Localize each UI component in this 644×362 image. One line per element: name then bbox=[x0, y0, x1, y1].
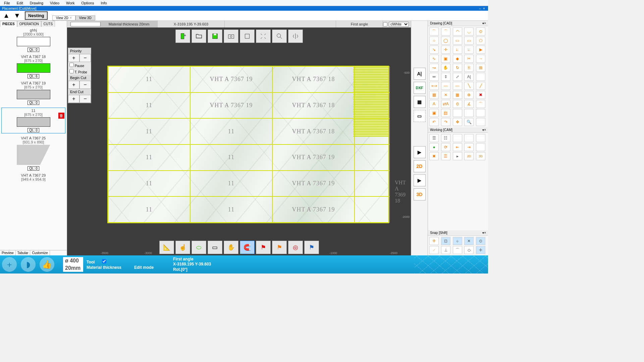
rotate-tool-icon[interactable]: ↻ bbox=[453, 64, 462, 72]
snap-end-icon[interactable]: ⊡ bbox=[441, 237, 450, 245]
rect-tool-icon[interactable]: ▭ bbox=[453, 37, 462, 45]
color-dropdown[interactable]: clWhite bbox=[389, 22, 409, 27]
tab-pieces[interactable]: PIECES bbox=[0, 21, 17, 27]
piece-item[interactable]: VHT A 7367 29 [949.4 x 954.9] bbox=[1, 173, 65, 181]
bucket-tool-icon[interactable]: ◆ bbox=[453, 55, 462, 63]
add-circle-button[interactable]: ＋ bbox=[2, 257, 17, 272]
poly-tool-icon[interactable]: ⬠ bbox=[476, 37, 485, 45]
snap-int-icon[interactable]: ✕ bbox=[464, 237, 474, 245]
close-icon[interactable]: × bbox=[482, 7, 486, 10]
close-icon[interactable]: × bbox=[484, 128, 486, 132]
play-sm-icon[interactable]: ▸ bbox=[453, 152, 462, 160]
piece-item[interactable]: VHT A 7367 18 [875 x 270] Qt.: 6 bbox=[1, 55, 65, 78]
tool-checkbox[interactable] bbox=[102, 259, 106, 263]
angle2-tool-icon[interactable]: ⟀ bbox=[464, 46, 474, 54]
search-input[interactable] bbox=[70, 22, 101, 26]
arc4-tool-icon[interactable]: ◡ bbox=[464, 27, 474, 36]
zoom-tool-icon[interactable]: 🔍 bbox=[464, 118, 474, 126]
nested-piece[interactable]: 11 bbox=[190, 144, 272, 171]
arrow-tool-icon[interactable]: ▶ bbox=[476, 46, 485, 54]
thumb-circle-button[interactable]: 👍 bbox=[40, 257, 54, 272]
mirror-v-icon[interactable]: ⇕ bbox=[441, 73, 450, 81]
text-a-icon[interactable]: A bbox=[429, 100, 439, 108]
flag-red-button[interactable]: ⚑ bbox=[256, 241, 271, 254]
crop-button[interactable] bbox=[240, 29, 255, 43]
mirror-h-icon[interactable]: ⇔ bbox=[429, 73, 439, 81]
open-folder-button[interactable] bbox=[192, 29, 206, 43]
save-button[interactable] bbox=[208, 29, 222, 43]
hand-button[interactable]: ☝ bbox=[175, 241, 190, 254]
new-file-button[interactable]: + bbox=[175, 29, 190, 43]
delete-x-icon[interactable]: ✖ bbox=[429, 152, 439, 160]
close-icon[interactable]: × bbox=[484, 231, 486, 235]
drag-button[interactable]: ✋ bbox=[224, 241, 238, 254]
step-in-icon[interactable]: ⇤ bbox=[453, 143, 462, 151]
nested-piece[interactable] bbox=[355, 118, 390, 144]
step-out-icon[interactable]: ⇥ bbox=[464, 143, 474, 151]
dim-diag2-icon[interactable]: ╱ bbox=[476, 82, 485, 90]
tab-view2d[interactable]: View 2D× bbox=[52, 15, 75, 20]
camera-button[interactable] bbox=[224, 29, 238, 43]
close-tab-icon[interactable]: × bbox=[70, 16, 72, 20]
curve-tool-icon[interactable]: ↝ bbox=[429, 64, 439, 72]
nested-piece[interactable]: VHT A 7367 19 bbox=[190, 93, 272, 119]
end-plus[interactable]: + bbox=[68, 95, 79, 103]
nested-piece[interactable] bbox=[355, 144, 390, 171]
nested-piece[interactable]: VHT A 7367 19 bbox=[272, 144, 355, 171]
list2-icon[interactable]: ☰ bbox=[441, 152, 450, 160]
menu-options[interactable]: Options bbox=[78, 0, 97, 6]
menu-file[interactable]: File bbox=[1, 0, 13, 6]
list-icon[interactable]: ☰ bbox=[429, 134, 439, 142]
list-color-icon[interactable]: ☷ bbox=[441, 134, 450, 142]
tab-view3d[interactable]: View 3D bbox=[75, 15, 95, 20]
begin-plus[interactable]: + bbox=[68, 81, 79, 89]
arrow-up-button[interactable]: ▲ bbox=[1, 12, 11, 20]
tab-operation[interactable]: OPERATION bbox=[17, 21, 41, 27]
text-mode-button[interactable]: A| bbox=[414, 68, 426, 80]
pause-checkbox[interactable]: Pause bbox=[68, 62, 91, 68]
dxf-button[interactable]: DXF bbox=[414, 82, 426, 94]
circle2-tool-icon[interactable]: ◯ bbox=[441, 37, 450, 45]
scale-tool-icon[interactable]: ⤢ bbox=[453, 73, 462, 81]
rect2-tool-icon[interactable]: ▭ bbox=[464, 37, 474, 45]
circle-green-icon[interactable]: ● bbox=[429, 143, 439, 151]
tab-preview[interactable]: Preview bbox=[0, 250, 16, 255]
nested-piece[interactable]: VHT A 7367 18 bbox=[272, 118, 355, 144]
dim-arc-icon[interactable]: ⌒ bbox=[476, 100, 485, 108]
mirror-button[interactable] bbox=[288, 29, 303, 43]
piece-item[interactable]: VHT A 7367 19 [875 x 270] Qt.: 0 bbox=[1, 81, 65, 105]
nested-piece[interactable] bbox=[355, 171, 390, 197]
flag-target-button[interactable]: ◎ bbox=[288, 241, 303, 254]
nested-piece[interactable]: VHT A 7367 19 bbox=[272, 171, 355, 197]
measure-button[interactable]: 📐 bbox=[159, 241, 174, 254]
priority-minus[interactable]: − bbox=[79, 54, 91, 62]
nested-piece[interactable] bbox=[355, 66, 390, 93]
cross-tool-icon[interactable]: ✛ bbox=[441, 46, 450, 54]
grid-icon[interactable]: ▦ bbox=[453, 91, 462, 99]
menu-video[interactable]: Video bbox=[47, 0, 62, 6]
canvas[interactable]: + Priority +− Pause T. Probe Begin Cut +… bbox=[67, 27, 411, 255]
spline-tool-icon[interactable]: ∿ bbox=[429, 55, 439, 63]
flag-orange-button[interactable]: ⚑ bbox=[272, 241, 287, 254]
nested-piece[interactable] bbox=[355, 93, 390, 119]
arc3-tool-icon[interactable]: ◠ bbox=[453, 27, 462, 36]
snap-node-icon[interactable]: ✛ bbox=[476, 246, 485, 254]
origin-icon[interactable]: ⊕ bbox=[464, 91, 474, 99]
nested-piece[interactable]: 11 bbox=[190, 171, 272, 197]
nested-piece[interactable]: 11 bbox=[108, 171, 190, 197]
ellipse-button[interactable]: ⬭ bbox=[192, 241, 206, 254]
snap-cen-icon[interactable]: ⊙ bbox=[476, 237, 485, 245]
flag-blue-button[interactable]: ⚑ bbox=[304, 241, 319, 254]
arrow-down-button[interactable]: ▼ bbox=[12, 12, 22, 20]
nested-piece[interactable]: 11 bbox=[190, 118, 272, 144]
delete-icon[interactable]: 🗑 bbox=[58, 113, 64, 119]
extend-tool-icon[interactable]: → bbox=[476, 55, 485, 63]
minimize-icon[interactable]: – bbox=[478, 7, 482, 10]
array-tool-icon[interactable]: ⊞ bbox=[476, 64, 485, 72]
trim-tool-icon[interactable]: ✂ bbox=[464, 55, 474, 63]
piece-item[interactable]: ghhj [2000 x 600] Qt.: 0 bbox=[1, 28, 65, 52]
color-select[interactable]: clWhite bbox=[383, 22, 411, 27]
text-tool-icon[interactable]: A| bbox=[464, 73, 474, 81]
tab-cuts[interactable]: CUTS bbox=[41, 21, 55, 27]
fill-tool-icon[interactable]: ▣ bbox=[441, 55, 450, 63]
